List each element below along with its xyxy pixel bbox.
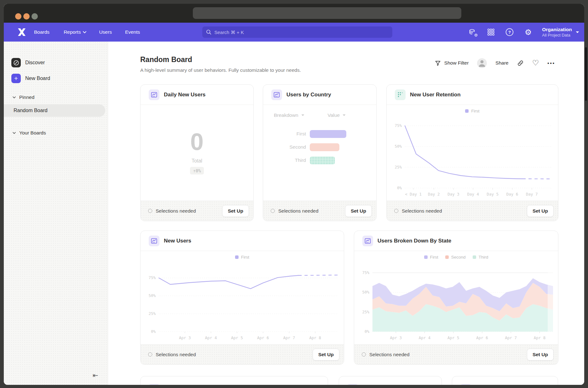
svg-text:Day 2: Day 2 [428, 192, 440, 197]
line-chart-icon [460, 384, 471, 385]
chevron-down-icon [301, 114, 304, 116]
svg-text:Day 7: Day 7 [526, 192, 538, 197]
card-stacked-line-graph: Stacked Line Graph [140, 376, 328, 385]
settings-gear-icon[interactable]: ⚙ [523, 27, 533, 37]
card-status: Selections needed [148, 208, 196, 214]
set-up-button[interactable]: Set Up [345, 205, 372, 217]
svg-text:25%: 25% [148, 311, 156, 316]
sidebar-item-label: New Board [25, 76, 50, 81]
nav-item-label: Events [125, 29, 140, 35]
set-up-button[interactable]: Set Up [313, 349, 339, 361]
status-label: Selections needed [369, 352, 410, 357]
favorite-heart-icon[interactable]: ♡ [532, 59, 539, 67]
retention-chart: 75%50%25%0%< Day 1Day 2Day 3Day 4Day 5Da… [387, 105, 558, 201]
set-up-button[interactable]: Set Up [527, 349, 554, 361]
nav-item-reports[interactable]: Reports [64, 29, 86, 35]
country-bars: First Second Third [263, 129, 376, 169]
sidebar-section-your-boards[interactable]: Your Boards [13, 130, 46, 136]
sidebar-section-label: Pinned [19, 94, 34, 100]
chevron-down-icon [343, 114, 346, 116]
card-status: Selections needed [271, 208, 319, 214]
share-button[interactable]: Share [495, 60, 508, 66]
card-status: Selections needed [394, 208, 442, 214]
sidebar-item-new-board[interactable]: + New Board [11, 74, 50, 83]
chevron-down-icon [83, 31, 86, 33]
value-dropdown[interactable]: Value [328, 112, 346, 118]
discover-compass-icon [11, 58, 21, 67]
bar-row: Second [263, 143, 376, 151]
org-name: Organization [542, 27, 572, 32]
nav-item-events[interactable]: Events [125, 29, 140, 35]
more-options-icon[interactable]: ••• [547, 60, 555, 66]
nav-item-label: Boards [34, 29, 49, 35]
line-chart-icon [149, 236, 159, 246]
scrollbar-thumb[interactable] [585, 47, 587, 101]
traffic-light-close-icon[interactable] [15, 13, 21, 20]
data-management-icon[interactable]: ⚙ [468, 27, 477, 37]
org-switcher[interactable]: Organization All Project Data [542, 27, 579, 37]
apps-grid-icon[interactable] [486, 27, 496, 37]
person-icon [477, 58, 487, 68]
svg-text:25%: 25% [362, 310, 369, 314]
set-up-button[interactable]: Set Up [527, 205, 554, 217]
status-label: Selections needed [156, 208, 196, 214]
metric-delta-badge: ↑0% [190, 167, 204, 174]
svg-text:Apr 6: Apr 6 [476, 335, 488, 340]
dropdown-label: Breakdown [274, 112, 298, 118]
share-label: Share [495, 60, 508, 66]
page-title: Random Board [140, 55, 192, 64]
cards-grid: Daily New Users 0 Total ↑0% [140, 84, 558, 385]
window-titlebar [4, 4, 584, 23]
card-users-by-country: Users by Country Breakdown [263, 84, 377, 221]
svg-text:75%: 75% [362, 270, 369, 275]
line-chart-icon [271, 89, 282, 100]
svg-text:Day 4: Day 4 [467, 192, 479, 197]
sidebar-section-pinned[interactable]: Pinned [13, 94, 34, 100]
svg-text:75%: 75% [148, 275, 156, 280]
traffic-light-minimize-icon[interactable] [23, 13, 30, 20]
avatar[interactable] [477, 58, 487, 68]
app-window: Boards Reports Users Events [4, 4, 584, 385]
nav-item-boards[interactable]: Boards [34, 29, 49, 35]
browser-url-bar[interactable] [193, 7, 461, 19]
nav-item-label: Reports [64, 29, 81, 35]
bar-second [310, 143, 339, 151]
card-new-users: New Users 75%50%25%0%Apr 3Apr 4Apr 5Apr … [140, 231, 344, 365]
card-active-users: Active Users [452, 376, 558, 385]
set-up-button[interactable]: Set Up [222, 205, 249, 217]
bar-row: Third [263, 156, 376, 165]
metric-caption: Total [192, 158, 202, 164]
legend-item: Third [473, 255, 488, 260]
search-input[interactable] [214, 30, 389, 35]
status-circle-icon [394, 209, 398, 213]
card-users-by-state: Users Broken Down By State 75%50%25%0%Ap… [354, 231, 558, 365]
card-title: Users Broken Down By State [378, 238, 451, 244]
legend-item: First [424, 255, 438, 260]
mixpanel-logo-icon[interactable] [17, 28, 26, 37]
svg-text:Apr 5: Apr 5 [231, 335, 243, 340]
sidebar-collapse-icon[interactable]: ⇤ [93, 372, 98, 379]
filter-funnel-icon [435, 60, 441, 66]
card-status: Selections needed [148, 352, 196, 357]
svg-text:Apr 8: Apr 8 [309, 335, 321, 340]
status-label: Selections needed [278, 208, 319, 214]
svg-text:0%: 0% [151, 329, 156, 334]
top-navbar: Boards Reports Users Events [4, 23, 584, 42]
new-users-chart: 75%50%25%0%Apr 3Apr 4Apr 5Apr 6Apr 7Apr … [141, 251, 344, 344]
nav-item-users[interactable]: Users [99, 29, 112, 35]
traffic-light-zoom-icon[interactable] [32, 13, 38, 20]
svg-text:< Day 1: < Day 1 [405, 192, 422, 197]
svg-text:Day 3: Day 3 [447, 192, 459, 197]
copy-link-icon[interactable] [517, 60, 524, 66]
breakdown-dropdown[interactable]: Breakdown [274, 112, 304, 118]
navbar-right-cluster: ⚙ ? ⚙ [468, 23, 579, 42]
svg-text:0%: 0% [397, 185, 402, 190]
card-title: Daily New Users [164, 92, 205, 98]
line-chart-icon [347, 384, 358, 385]
global-search[interactable] [202, 26, 392, 38]
help-icon[interactable]: ? [505, 27, 514, 37]
sidebar-item-discover[interactable]: Discover [11, 58, 45, 67]
sidebar-item-random-board[interactable]: Random Board [4, 104, 105, 117]
legend-item: Second [445, 255, 466, 260]
show-filter-button[interactable]: Show Filter [435, 60, 469, 66]
